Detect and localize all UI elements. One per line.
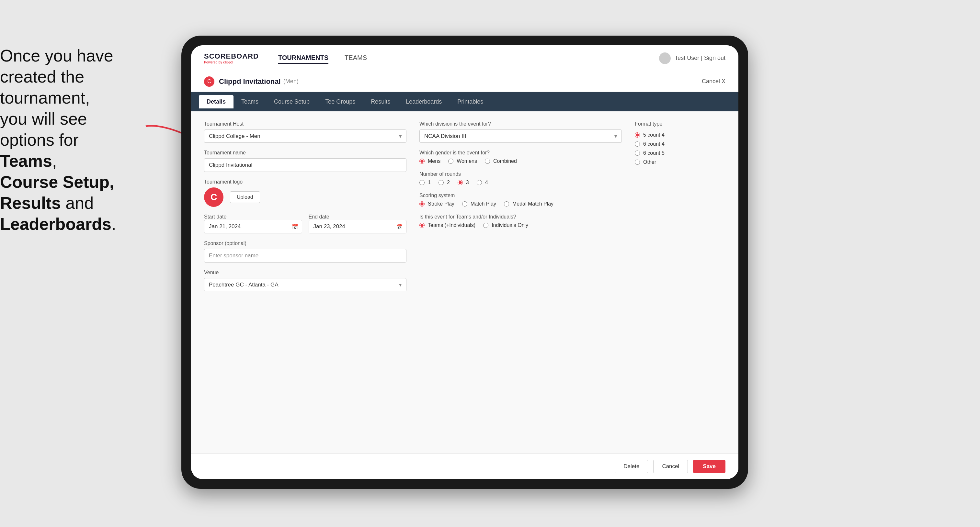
tournament-host-select[interactable]: Clippd College - Men [204, 130, 406, 143]
start-date-label: Start date [204, 214, 226, 219]
format-other: Other [635, 159, 725, 165]
individuals-only-radio[interactable] [483, 223, 488, 228]
sponsor-label: Sponsor (optional) [204, 241, 406, 246]
format-5count4-label: 5 count 4 [643, 132, 665, 138]
format-other-radio[interactable] [635, 160, 640, 165]
rounds-3: 3 [458, 179, 469, 186]
cancel-tournament-btn[interactable]: Cancel X [702, 78, 725, 85]
back-icon[interactable]: C [204, 76, 215, 87]
rounds-4: 4 [477, 179, 488, 186]
teams-individuals-group: Is this event for Teams and/or Individua… [419, 214, 622, 228]
rounds-2-label: 2 [447, 179, 450, 186]
tournament-host-group: Tournament Host Clippd College - Men ▼ [204, 121, 406, 143]
tournament-logo-group: Tournament logo C Upload [204, 179, 406, 207]
format-6count4-radio[interactable] [635, 141, 640, 147]
date-row: Start date 📅 End date 📅 [204, 214, 406, 233]
division-label: Which division is the event for? [419, 121, 622, 127]
gender-combined: Combined [485, 158, 517, 164]
tab-teams[interactable]: Teams [234, 95, 266, 108]
rounds-2-radio[interactable] [439, 180, 444, 185]
rounds-1-label: 1 [428, 179, 431, 186]
tab-course-setup[interactable]: Course Setup [266, 95, 317, 108]
tournament-title: Clippd Invitational [219, 77, 281, 86]
format-5count4-radio[interactable] [635, 132, 640, 138]
tab-leaderboards[interactable]: Leaderboards [398, 95, 450, 108]
tournament-logo-label: Tournament logo [204, 179, 406, 185]
gender-womens-radio[interactable] [448, 159, 453, 164]
save-button[interactable]: Save [693, 460, 725, 473]
rounds-label: Number of rounds [419, 171, 622, 177]
tournament-host-label: Tournament Host [204, 121, 406, 127]
individuals-only-label: Individuals Only [492, 222, 528, 228]
venue-group: Venue Peachtree GC - Atlanta - GA ▼ [204, 270, 406, 291]
scoring-match-radio[interactable] [462, 202, 467, 206]
gender-womens: Womens [448, 158, 477, 164]
tab-results[interactable]: Results [363, 95, 398, 108]
tournament-name-group: Tournament name [204, 150, 406, 172]
form-left-column: Tournament Host Clippd College - Men ▼ T… [204, 121, 406, 443]
scoring-match-label: Match Play [471, 201, 496, 207]
tab-details[interactable]: Details [199, 95, 234, 108]
action-bar: Delete Cancel Save [191, 453, 738, 479]
venue-wrapper: Peachtree GC - Atlanta - GA ▼ [204, 278, 406, 291]
user-area: Test User | Sign out [659, 52, 725, 64]
scoring-options: Stroke Play Match Play Medal Match Play [419, 201, 622, 207]
user-label[interactable]: Test User | Sign out [675, 55, 725, 62]
format-6count4-label: 6 count 4 [643, 141, 665, 147]
tournament-name-input[interactable] [204, 158, 406, 172]
format-other-label: Other [643, 159, 656, 165]
nav-items: TOURNAMENTS TEAMS [278, 52, 659, 64]
tournament-name-label: Tournament name [204, 150, 406, 156]
sponsor-input[interactable] [204, 249, 406, 262]
division-select[interactable]: NCAA Division III [419, 130, 622, 143]
rounds-options: 1 2 3 4 [419, 179, 622, 186]
tab-tee-groups[interactable]: Tee Groups [317, 95, 363, 108]
format-6count5: 6 count 5 [635, 150, 725, 156]
upload-button[interactable]: Upload [230, 191, 260, 203]
sponsor-group: Sponsor (optional) [204, 241, 406, 262]
form-middle-column: Which division is the event for? NCAA Di… [419, 121, 622, 443]
gender-group: Which gender is the event for? Mens Wome… [419, 150, 622, 164]
rounds-3-radio[interactable] [458, 180, 463, 185]
rounds-4-radio[interactable] [477, 180, 482, 185]
rounds-2: 2 [439, 179, 450, 186]
format-6count5-radio[interactable] [635, 151, 640, 156]
end-date-input[interactable] [309, 220, 407, 233]
format-5count4: 5 count 4 [635, 132, 725, 138]
tab-printables[interactable]: Printables [450, 95, 491, 108]
gender-mens-radio[interactable] [419, 159, 425, 164]
gender-mens: Mens [419, 158, 441, 164]
scoring-medal-label: Medal Match Play [512, 201, 554, 207]
teams-plus-individuals: Teams (+Individuals) [419, 222, 476, 228]
venue-label: Venue [204, 270, 406, 275]
start-date-col: Start date 📅 [204, 214, 302, 233]
intro-text: Once you have created the tournament, yo… [0, 45, 136, 235]
teams-plus-label: Teams (+Individuals) [428, 222, 476, 228]
delete-button[interactable]: Delete [615, 460, 648, 473]
venue-select[interactable]: Peachtree GC - Atlanta - GA [204, 278, 406, 291]
logo-powered: Powered by clippd [204, 60, 259, 64]
end-date-label: End date [309, 214, 329, 219]
format-label: Format type [635, 121, 725, 127]
teams-options: Teams (+Individuals) Individuals Only [419, 222, 622, 228]
gender-label: Which gender is the event for? [419, 150, 622, 156]
nav-item-tournaments[interactable]: TOURNAMENTS [278, 52, 328, 64]
gender-combined-radio[interactable] [485, 159, 490, 164]
start-date-icon: 📅 [292, 224, 298, 230]
start-date-input[interactable] [204, 220, 302, 233]
scoring-medal-radio[interactable] [504, 202, 509, 206]
gender-options: Mens Womens Combined [419, 158, 622, 164]
scoring-match: Match Play [462, 201, 496, 207]
nav-item-teams[interactable]: TEAMS [345, 52, 367, 64]
form-right-column: Format type 5 count 4 6 count 4 6 cou [635, 121, 725, 443]
dates-group: Start date 📅 End date 📅 [204, 214, 406, 233]
cancel-button[interactable]: Cancel [653, 460, 688, 473]
division-wrapper: NCAA Division III ▼ [419, 130, 622, 143]
user-avatar [659, 52, 671, 64]
rounds-1-radio[interactable] [419, 180, 425, 185]
division-group: Which division is the event for? NCAA Di… [419, 121, 622, 143]
scoring-stroke-radio[interactable] [419, 202, 425, 206]
tournament-host-wrapper: Clippd College - Men ▼ [204, 130, 406, 143]
teams-plus-radio[interactable] [419, 223, 425, 228]
tabs-bar: Details Teams Course Setup Tee Groups Re… [191, 92, 738, 111]
